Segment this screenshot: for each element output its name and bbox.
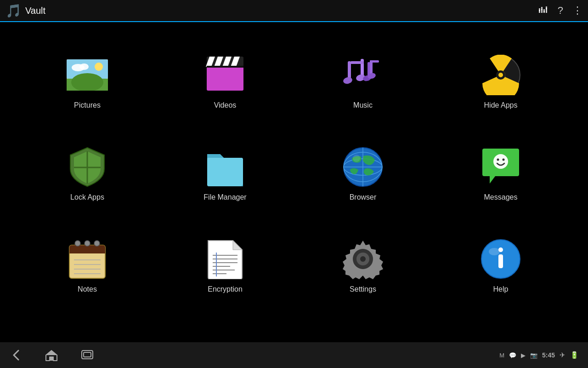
messages-label: Messages — [484, 193, 518, 201]
svg-rect-7 — [546, 8, 547, 9]
bottombar: M 💬 ▶ 📷 5:45 ✈ 🔋 — [0, 342, 588, 368]
app-item-pictures[interactable]: Pictures — [18, 36, 156, 128]
svg-rect-5 — [541, 9, 543, 10]
encryption-label: Encryption — [208, 285, 243, 293]
svg-point-69 — [489, 248, 500, 255]
svg-rect-22 — [348, 61, 351, 79]
lock-apps-icon — [67, 146, 108, 188]
battery-icon: 🔋 — [570, 351, 579, 359]
svg-rect-71 — [498, 254, 503, 268]
status-time: 5:45 — [542, 351, 555, 359]
hide-apps-label: Hide Apps — [484, 101, 518, 109]
svg-rect-26 — [351, 61, 364, 64]
airplane-icon: ✈ — [560, 351, 565, 359]
settings-icon — [342, 238, 384, 280]
svg-point-23 — [343, 76, 353, 85]
hide-apps-icon — [480, 54, 521, 96]
svg-point-44 — [353, 155, 360, 162]
app-logo-icon: 🎵 — [6, 3, 22, 18]
notes-label: Notes — [78, 285, 97, 293]
main-grid: Pictures Videos — [0, 27, 588, 321]
svg-rect-38 — [207, 158, 243, 186]
recents-button[interactable] — [81, 349, 94, 362]
svg-rect-74 — [84, 352, 91, 357]
pictures-icon — [67, 54, 108, 96]
svg-point-52 — [85, 241, 90, 246]
help-top-icon[interactable]: ? — [558, 5, 563, 17]
app-item-messages[interactable]: Messages — [432, 128, 570, 220]
app-item-notes[interactable]: Notes — [18, 220, 156, 312]
topbar: 🎵 Vault ? ⋮ — [0, 0, 588, 22]
photo-icon: 📷 — [530, 352, 537, 359]
pictures-label: Pictures — [74, 101, 101, 109]
status-icons: M 💬 ▶ 📷 5:45 ✈ 🔋 — [499, 351, 579, 359]
help-icon — [480, 238, 521, 280]
svg-point-35 — [498, 73, 503, 77]
videos-icon — [204, 54, 246, 96]
app-item-lock-apps[interactable]: Lock Apps — [18, 128, 156, 220]
app-item-settings[interactable]: Settings — [294, 220, 432, 312]
svg-point-45 — [493, 154, 508, 169]
svg-point-47 — [503, 159, 505, 161]
svg-rect-72 — [50, 357, 53, 361]
music-icon — [342, 54, 384, 96]
gmail-icon: M — [499, 352, 504, 359]
music-label: Music — [353, 101, 373, 109]
app-item-hide-apps[interactable]: Hide Apps — [432, 36, 570, 128]
nav-icons — [9, 349, 94, 362]
app-logo: 🎵 Vault — [6, 3, 45, 18]
chat-icon: 💬 — [509, 352, 516, 359]
help-label: Help — [493, 285, 509, 293]
home-button[interactable] — [45, 349, 58, 362]
app-title: Vault — [25, 6, 45, 16]
svg-rect-50 — [69, 250, 105, 253]
svg-point-70 — [498, 247, 503, 252]
app-item-videos[interactable]: Videos — [156, 36, 294, 128]
svg-rect-4 — [539, 10, 540, 11]
messages-icon — [480, 146, 521, 188]
svg-point-51 — [75, 241, 80, 246]
app-item-music[interactable]: Music — [294, 36, 432, 128]
browser-label: Browser — [350, 193, 377, 201]
notes-icon — [67, 238, 108, 280]
video-icon: ▶ — [521, 352, 526, 359]
svg-rect-31 — [370, 60, 379, 63]
app-item-file-manager[interactable]: File Manager — [156, 128, 294, 220]
app-item-encryption[interactable]: Encryption — [156, 220, 294, 312]
svg-rect-20 — [207, 67, 243, 91]
encryption-icon — [204, 238, 246, 280]
app-item-help[interactable]: Help — [432, 220, 570, 312]
back-button[interactable] — [9, 349, 22, 362]
svg-point-13 — [95, 63, 103, 71]
svg-point-67 — [360, 256, 366, 262]
videos-label: Videos — [214, 101, 237, 109]
svg-point-12 — [79, 63, 89, 70]
lock-apps-label: Lock Apps — [70, 193, 104, 201]
file-manager-icon — [204, 146, 246, 188]
settings-label: Settings — [350, 285, 376, 293]
top-icons: ? ⋮ — [538, 5, 582, 17]
browser-icon — [342, 146, 384, 188]
svg-point-53 — [94, 241, 100, 246]
svg-rect-21 — [207, 66, 243, 68]
app-item-browser[interactable]: Browser — [294, 128, 432, 220]
svg-rect-6 — [543, 11, 545, 12]
svg-point-46 — [497, 159, 499, 161]
equalizer-icon[interactable] — [538, 6, 548, 16]
more-vert-icon[interactable]: ⋮ — [572, 5, 582, 17]
svg-rect-3 — [546, 6, 547, 13]
file-manager-label: File Manager — [204, 193, 246, 201]
